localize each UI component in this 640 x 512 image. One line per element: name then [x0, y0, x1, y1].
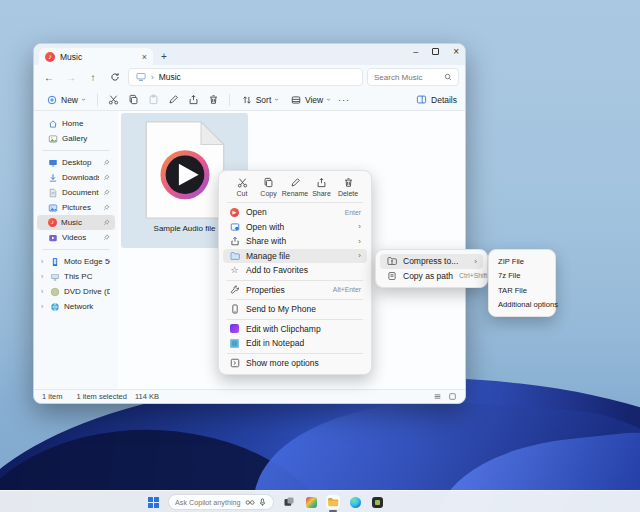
see-more-button[interactable]: ··· — [338, 95, 350, 105]
menu-item-send-to-my-phone[interactable]: Send to My Phone — [223, 302, 367, 317]
breadcrumb[interactable]: › Music — [128, 68, 363, 86]
submenu-item-compress-to[interactable]: Compress to... › — [380, 254, 483, 269]
audio-file-icon — [143, 120, 227, 220]
plus-circle-icon — [47, 95, 57, 105]
sidebar-item-label: Music — [61, 218, 99, 227]
chevron-right-icon[interactable]: › — [41, 273, 46, 280]
new-button[interactable]: New › — [42, 93, 90, 107]
microphone-icon[interactable] — [259, 498, 266, 507]
sidebar-item-videos[interactable]: Videos — [37, 230, 115, 245]
file-name-label: Sample Audio file — [154, 224, 216, 233]
submenu-item-7z-file[interactable]: 7z File — [493, 269, 551, 284]
chevron-right-icon: › — [358, 251, 361, 260]
sidebar-item-label: Moto Edge 50 Neo — [64, 257, 110, 266]
menu-item-properties[interactable]: Properties Alt+Enter — [223, 283, 367, 298]
sidebar-item-home[interactable]: Home — [37, 116, 115, 131]
compress-icon — [387, 256, 397, 266]
sidebar-item-pictures[interactable]: Pictures — [37, 200, 115, 215]
tab-music[interactable]: ♪ Music × — [39, 48, 153, 65]
copy-button[interactable] — [125, 92, 142, 107]
sidebar-item-this-pc[interactable]: › This PC — [37, 269, 115, 284]
menu-item-label: Edit with Clipchamp — [246, 324, 361, 334]
sidebar-item-network[interactable]: › Network — [37, 299, 115, 314]
menu-item-label: Send to My Phone — [246, 304, 361, 314]
pinned-app-button[interactable] — [370, 495, 384, 509]
properties-icon — [230, 285, 240, 295]
sidebar-item-gallery[interactable]: Gallery — [37, 131, 115, 146]
search-input[interactable] — [374, 73, 444, 82]
maximize-button[interactable] — [432, 48, 439, 55]
chevron-down-icon: › — [79, 98, 88, 101]
task-view-button[interactable] — [282, 495, 296, 509]
refresh-button[interactable] — [106, 72, 124, 82]
submenu-item-label: ZIP File — [498, 257, 546, 266]
share-button[interactable] — [185, 92, 202, 107]
large-icons-view-icon[interactable] — [448, 392, 457, 401]
sidebar-item-label: Documents — [62, 188, 99, 197]
menu-item-open-with[interactable]: Open with › — [223, 220, 367, 235]
copy-quick-button[interactable]: Copy — [256, 177, 282, 197]
menu-item-manage-file[interactable]: Manage file › — [223, 249, 367, 264]
rename-button[interactable] — [165, 92, 182, 107]
chevron-right-icon[interactable]: › — [41, 258, 46, 265]
photos-app-button[interactable] — [304, 495, 318, 509]
menu-item-show-more-options[interactable]: Show more options — [223, 356, 367, 371]
delete-quick-button[interactable]: Delete — [335, 177, 361, 197]
chevron-right-icon[interactable]: › — [41, 303, 46, 310]
disc-icon — [50, 287, 60, 297]
search-box[interactable] — [367, 68, 459, 86]
minimize-button[interactable]: – — [413, 47, 418, 57]
rename-quick-button[interactable]: Rename — [282, 177, 308, 197]
tab-close-icon[interactable]: × — [142, 52, 147, 62]
copilot-search-input[interactable] — [175, 498, 241, 507]
sidebar-item-documents[interactable]: Documents — [37, 185, 115, 200]
submenu-item-label: Additional options — [498, 300, 558, 309]
copilot-search-box[interactable] — [168, 494, 274, 510]
sidebar-item-downloads[interactable]: Downloads — [37, 170, 115, 185]
sidebar-item-desktop[interactable]: Desktop — [37, 155, 115, 170]
edge-browser-button[interactable] — [348, 495, 362, 509]
submenu-item-additional-options[interactable]: Additional options — [493, 298, 551, 313]
cut-quick-button[interactable]: Cut — [229, 177, 255, 197]
view-button[interactable]: View › — [286, 93, 335, 107]
up-button[interactable]: ↑ — [84, 72, 102, 83]
submenu-item-copy-as-path[interactable]: Copy as path Ctrl+Shift+C — [380, 269, 483, 284]
paste-button[interactable] — [145, 92, 162, 107]
selection-size: 114 KB — [135, 392, 159, 401]
menu-item-label: Edit in Notepad — [246, 338, 361, 348]
details-view-icon[interactable] — [433, 392, 442, 401]
menu-separator — [227, 319, 363, 320]
menu-item-edit-in-notepad[interactable]: Edit in Notepad — [223, 336, 367, 351]
sidebar-item-music[interactable]: ♪ Music — [37, 215, 115, 230]
submenu-item-zip-file[interactable]: ZIP File — [493, 254, 551, 269]
sidebar-item-label: Pictures — [62, 203, 99, 212]
back-button[interactable]: ← — [40, 72, 58, 83]
delete-button[interactable] — [205, 92, 222, 107]
pin-icon — [103, 234, 110, 241]
menu-item-share-with[interactable]: Share with › — [223, 234, 367, 249]
sidebar-item-dvd-drive[interactable]: › DVD Drive (D:) CCC — [37, 284, 115, 299]
menu-item-edit-with-clipchamp[interactable]: Edit with Clipchamp — [223, 322, 367, 337]
chevron-right-icon: › — [358, 222, 361, 231]
forward-button[interactable]: → — [62, 72, 80, 83]
new-tab-button[interactable]: + — [161, 52, 167, 62]
menu-item-open[interactable]: ▶ Open Enter — [223, 205, 367, 220]
file-explorer-button[interactable] — [326, 495, 340, 509]
menu-item-add-to-favorites[interactable]: ☆ Add to Favorites — [223, 263, 367, 278]
sort-button[interactable]: Sort › — [237, 93, 283, 107]
details-button[interactable]: Details — [416, 94, 457, 105]
divider — [229, 94, 230, 106]
star-icon: ☆ — [230, 266, 238, 275]
submenu-item-tar-file[interactable]: TAR File — [493, 283, 551, 298]
sidebar-item-phone-device[interactable]: › Moto Edge 50 Neo — [37, 254, 115, 269]
share-quick-button[interactable]: Share — [309, 177, 335, 197]
chevron-right-icon[interactable]: › — [41, 288, 46, 295]
cut-button[interactable] — [105, 92, 122, 107]
selection-count: 1 item selected — [76, 392, 126, 401]
start-button[interactable] — [146, 495, 160, 509]
quick-actions-row: Cut Copy Rename Share Delete — [223, 175, 367, 200]
close-button[interactable]: × — [453, 46, 459, 57]
videos-icon — [48, 233, 58, 243]
sidebar-item-label: Desktop — [62, 158, 99, 167]
pinned-app-icon — [372, 497, 383, 508]
